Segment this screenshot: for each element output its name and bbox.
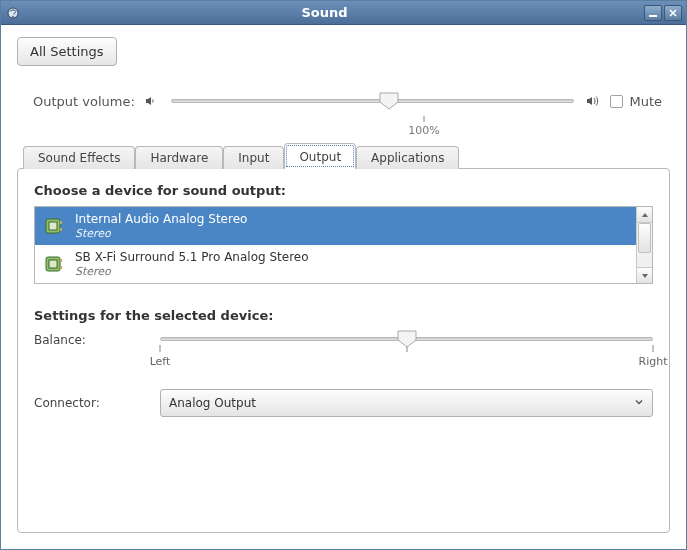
- scroll-up-button[interactable]: [637, 207, 652, 223]
- device-list-scrollbar[interactable]: [636, 207, 652, 283]
- chevron-down-icon: [634, 396, 644, 410]
- balance-left-label: Left: [150, 355, 171, 368]
- tab-strip: Sound Effects Hardware Input Output Appl…: [17, 142, 670, 168]
- mute-check-box[interactable]: [610, 95, 623, 108]
- balance-row: Balance: Left Right: [34, 331, 653, 371]
- tab-hardware[interactable]: Hardware: [135, 146, 223, 169]
- device-subtitle: Stereo: [75, 227, 247, 241]
- device-list: Internal Audio Analog Stereo Stereo SB X…: [34, 206, 653, 284]
- choose-device-heading: Choose a device for sound output:: [34, 183, 653, 198]
- svg-rect-4: [49, 222, 57, 230]
- device-name: Internal Audio Analog Stereo: [75, 212, 247, 227]
- sound-card-icon: [43, 253, 65, 275]
- scroll-down-button[interactable]: [637, 267, 652, 283]
- speaker-high-icon: [586, 94, 602, 108]
- output-volume-slider[interactable]: [171, 90, 575, 112]
- connector-combobox[interactable]: Analog Output: [160, 389, 653, 417]
- svg-rect-6: [60, 228, 62, 231]
- minimize-button[interactable]: [644, 5, 662, 21]
- balance-slider[interactable]: Left Right: [160, 331, 653, 371]
- svg-rect-9: [60, 259, 62, 262]
- window-title: Sound: [5, 5, 644, 20]
- balance-right-label: Right: [639, 355, 668, 368]
- window-content: All Settings Output volume: Mute: [1, 25, 686, 549]
- scroll-thumb[interactable]: [638, 223, 651, 253]
- tab-input[interactable]: Input: [223, 146, 284, 169]
- output-volume-row: Output volume: Mute: [17, 90, 670, 112]
- svg-rect-10: [60, 266, 62, 269]
- mute-label: Mute: [629, 94, 662, 109]
- tab-output[interactable]: Output: [284, 143, 356, 169]
- sound-settings-window: Sound All Settings Output volume:: [0, 0, 687, 550]
- output-volume-label: Output volume:: [33, 94, 135, 109]
- titlebar: Sound: [1, 1, 686, 25]
- volume-ticks: 100%: [189, 116, 624, 138]
- close-button[interactable]: [664, 5, 682, 21]
- svg-rect-8: [49, 260, 57, 268]
- connector-label: Connector:: [34, 396, 144, 410]
- tab-sound-effects[interactable]: Sound Effects: [23, 146, 135, 169]
- svg-rect-2: [649, 15, 657, 17]
- balance-label: Balance:: [34, 331, 144, 347]
- sound-card-icon: [43, 215, 65, 237]
- connector-selected: Analog Output: [169, 396, 256, 410]
- device-item[interactable]: Internal Audio Analog Stereo Stereo: [35, 207, 636, 245]
- svg-rect-5: [60, 221, 62, 224]
- device-subtitle: Stereo: [75, 265, 309, 279]
- output-panel: Choose a device for sound output: Intern…: [17, 168, 670, 533]
- all-settings-label: All Settings: [30, 44, 104, 59]
- mute-checkbox[interactable]: Mute: [610, 94, 662, 109]
- all-settings-button[interactable]: All Settings: [17, 37, 117, 66]
- selected-device-settings-heading: Settings for the selected device:: [34, 308, 653, 323]
- volume-tick-100: 100%: [408, 124, 439, 137]
- tabs: Sound Effects Hardware Input Output Appl…: [17, 142, 670, 533]
- device-name: SB X-Fi Surround 5.1 Pro Analog Stereo: [75, 250, 309, 265]
- speaker-low-icon: [143, 94, 159, 108]
- device-item[interactable]: SB X-Fi Surround 5.1 Pro Analog Stereo S…: [35, 245, 636, 283]
- connector-row: Connector: Analog Output: [34, 389, 653, 417]
- tab-applications[interactable]: Applications: [356, 146, 459, 169]
